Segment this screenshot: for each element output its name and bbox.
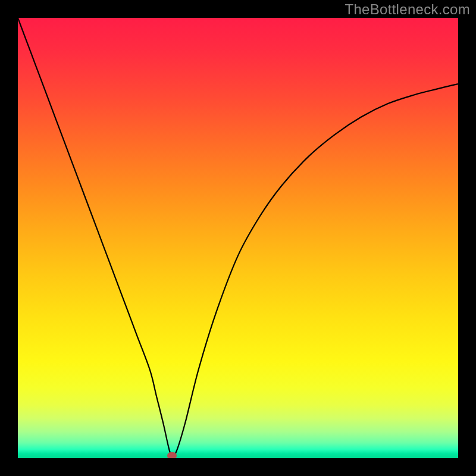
bottleneck-curve	[18, 18, 458, 458]
optimum-marker	[167, 452, 177, 458]
watermark-text: TheBottleneck.com	[345, 1, 470, 18]
chart-frame: TheBottleneck.com	[0, 0, 476, 476]
curve-path	[18, 18, 458, 456]
plot-area	[18, 18, 458, 458]
